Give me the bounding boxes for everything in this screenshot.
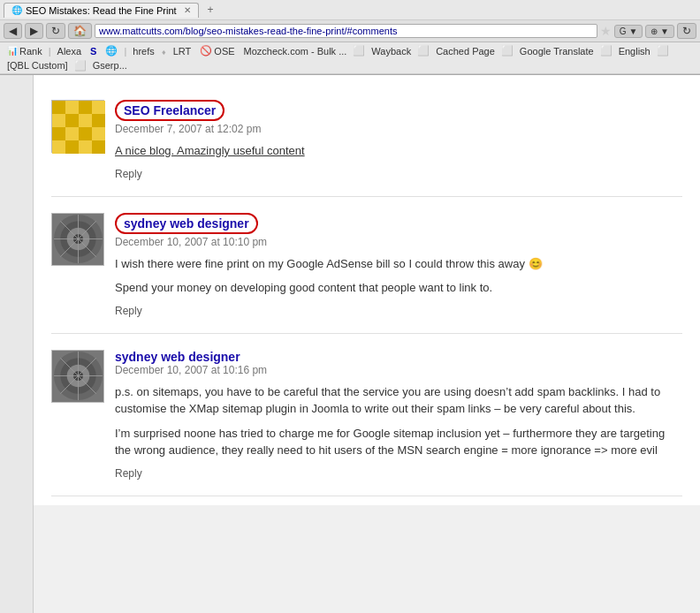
svg-rect-3 (79, 101, 92, 114)
bookmark-google-translate[interactable]: Google Translate (516, 45, 597, 57)
bookmark-hrefs[interactable]: hrefs (129, 45, 157, 57)
main-layout: SEO Freelancer December 7, 2007 at 12:02… (0, 75, 700, 613)
address-text: www.mattcutts.com/blog/seo-mistakes-read… (99, 26, 593, 36)
avatar-sydney-2-svg (54, 352, 103, 400)
page-content: SEO Freelancer December 7, 2007 at 12:02… (34, 75, 700, 613)
comment-2: sydney web designer December 10, 2007 at… (51, 197, 682, 334)
address-bar[interactable]: www.mattcutts.com/blog/seo-mistakes-read… (95, 24, 597, 38)
globe-icon: 🌐 (105, 45, 118, 57)
svg-rect-13 (52, 140, 65, 154)
lrt-label: LRT (173, 46, 192, 57)
svg-rect-15 (79, 140, 92, 154)
svg-rect-11 (79, 127, 92, 140)
s-icon: S (90, 46, 96, 57)
comment-1-paragraph-1: A nice blog. Amazingly useful content (115, 144, 305, 157)
content-area: SEO Freelancer December 7, 2007 at 12:02… (34, 75, 700, 505)
separator-1: | (49, 46, 51, 57)
google-translate-label: Google Translate (520, 46, 594, 57)
svg-rect-8 (92, 114, 105, 127)
bookmark-qbl[interactable]: [QBL Custom] (4, 59, 72, 72)
tab-title: SEO Mistakes: Read the Fine Print (26, 5, 177, 16)
comment-3-text: p.s. on sitemaps, you have to be careful… (115, 383, 682, 459)
bookmark-wayback[interactable]: Wayback (368, 45, 415, 57)
comment-1-author-circled: SEO Freelancer (115, 100, 224, 121)
separator-6: ⬜ (501, 45, 514, 57)
comment-2-author-wrapper: sydney web designer (115, 213, 682, 236)
navigation-toolbar: ◀ ▶ ↻ 🏠 www.mattcutts.com/blog/seo-mista… (0, 20, 700, 42)
gserp-label: Gserp... (93, 60, 127, 71)
bookmark-ose[interactable]: 🚫 OSE (196, 44, 238, 57)
tools-button2[interactable]: ⊕ ▼ (645, 25, 674, 38)
home-button[interactable]: 🏠 (68, 23, 92, 39)
tab-close-icon[interactable]: ✕ (184, 5, 191, 15)
separator-5: ⬜ (417, 45, 430, 57)
qbl-label: [QBL Custom] (7, 60, 68, 71)
svg-rect-10 (65, 127, 79, 140)
comment-3-date: December 10, 2007 at 10:16 pm (115, 364, 682, 376)
refresh-button[interactable]: ↻ (46, 23, 65, 39)
browser-chrome: 🌐 SEO Mistakes: Read the Fine Print ✕ + … (0, 0, 700, 75)
avatar-sydney-2 (51, 350, 104, 403)
separator-3: ⬧ (161, 46, 167, 57)
forward-button[interactable]: ▶ (25, 23, 43, 39)
comment-3-reply[interactable]: Reply (115, 467, 142, 480)
back-button[interactable]: ◀ (4, 23, 22, 39)
svg-rect-5 (52, 114, 65, 127)
separator-4: ⬜ (353, 45, 365, 57)
comment-2-date: December 10, 2007 at 10:10 pm (115, 236, 682, 248)
comment-2-author-circled: sydney web designer (115, 213, 258, 234)
avatar-seo-svg (52, 101, 105, 154)
bookmark-lrt[interactable]: LRT (170, 45, 195, 57)
avatar-sydney-1-svg (54, 215, 103, 263)
tab-bar: 🌐 SEO Mistakes: Read the Fine Print ✕ + (0, 0, 700, 20)
avatar-sydney-1 (51, 213, 104, 266)
svg-rect-6 (65, 114, 79, 127)
bookmark-alexa[interactable]: Alexa (54, 45, 86, 57)
comment-2-body: sydney web designer December 10, 2007 at… (115, 213, 682, 317)
comment-1-author-wrapper: SEO Freelancer (115, 100, 682, 123)
bookmark-s[interactable]: S (87, 45, 100, 57)
comment-2-author-link[interactable]: sydney web designer (124, 216, 249, 231)
reload-btn[interactable]: ↻ (677, 23, 696, 39)
comment-3-paragraph-1: p.s. on sitemaps, you have to be careful… (115, 383, 682, 418)
comment-3-author-wrapper: sydney web designer (115, 350, 682, 364)
comment-3-body: sydney web designer December 10, 2007 at… (115, 350, 682, 480)
comment-1-author-link[interactable]: SEO Freelancer (124, 103, 216, 117)
comment-3-paragraph-2: I’m surprised noone has tried to charge … (115, 425, 682, 459)
bookmark-rank-label: Rank (19, 46, 42, 57)
bookmark-cached-page[interactable]: Cached Page (432, 45, 498, 57)
comment-2-paragraph-1: I wish there were fine print on my Googl… (115, 255, 682, 273)
separator-2: | (124, 46, 126, 57)
comment-2-reply[interactable]: Reply (115, 305, 142, 317)
svg-rect-12 (92, 127, 105, 140)
svg-rect-1 (52, 101, 65, 114)
bookmark-english[interactable]: English (615, 45, 654, 57)
comment-1-date: December 7, 2007 at 12:02 pm (115, 123, 682, 135)
tools-button[interactable]: G ▼ (614, 25, 643, 38)
comment-1-body: SEO Freelancer December 7, 2007 at 12:02… (115, 100, 682, 180)
comment-1-reply[interactable]: Reply (115, 168, 142, 180)
bookmark-globe[interactable]: 🌐 (102, 44, 121, 57)
cached-page-label: Cached Page (436, 46, 495, 57)
bookmarks-bar: 📊 Rank | Alexa S 🌐 | hrefs ⬧ LRT 🚫 OSE M… (0, 42, 700, 74)
rank-icon: 📊 (7, 46, 18, 56)
ose-label: OSE (214, 46, 234, 57)
svg-rect-4 (92, 101, 105, 114)
avatar-seo-freelancer (51, 100, 104, 153)
svg-rect-2 (65, 101, 79, 114)
separator-7: ⬜ (600, 45, 612, 57)
comment-1: SEO Freelancer December 7, 2007 at 12:02… (51, 84, 682, 197)
active-tab[interactable]: 🌐 SEO Mistakes: Read the Fine Print ✕ (4, 3, 199, 18)
svg-rect-14 (65, 140, 79, 154)
tab-favicon: 🌐 (11, 5, 22, 15)
comment-3: sydney web designer December 10, 2007 at… (51, 334, 682, 496)
bookmark-gserp[interactable]: Gserp... (89, 59, 131, 72)
comment-3-author-link[interactable]: sydney web designer (115, 350, 240, 364)
bookmark-mozcheck[interactable]: Mozcheck.com - Bulk ... (240, 45, 351, 57)
bookmark-rank[interactable]: 📊 Rank (4, 45, 46, 57)
star-icon[interactable]: ★ (600, 24, 612, 38)
separator-8: ⬜ (657, 45, 669, 57)
new-tab-button[interactable]: + (202, 2, 219, 18)
alexa-label: Alexa (57, 46, 82, 57)
left-sidebar (0, 75, 34, 613)
